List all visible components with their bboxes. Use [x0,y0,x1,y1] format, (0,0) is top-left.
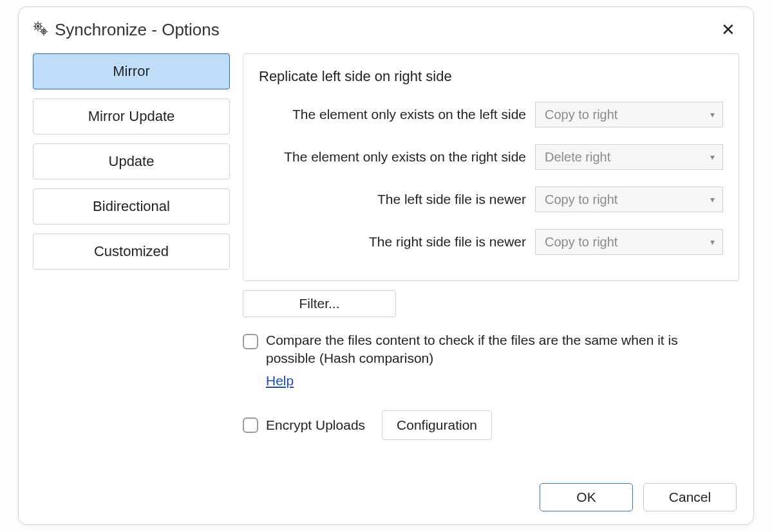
ok-button[interactable]: OK [540,483,633,511]
sidebar-item-label: Mirror [113,63,149,80]
rule-row-left-only: The element only exists on the left side… [259,102,723,127]
configuration-button-label: Configuration [397,417,477,433]
chevron-down-icon: ▾ [710,194,715,205]
chevron-down-icon: ▾ [710,237,715,247]
close-button[interactable]: ✕ [717,19,739,41]
select-value: Delete right [545,150,610,165]
sidebar-item-label: Bidirectional [93,198,170,215]
select-value: Copy to right [545,107,617,122]
cancel-button-label: Cancel [669,490,711,505]
encrypt-row: Encrypt Uploads Configuration [243,410,739,440]
rule-action-select-left-only[interactable]: Copy to right ▾ [535,102,723,127]
rule-label: The left side file is newer [377,192,526,207]
sidebar-item-mirror-update[interactable]: Mirror Update [33,98,230,134]
encrypt-uploads-checkbox[interactable] [243,417,258,433]
sidebar-item-bidirectional[interactable]: Bidirectional [33,188,230,225]
compare-content-checkbox[interactable] [243,334,258,349]
select-value: Copy to right [545,235,617,250]
rule-row-left-newer: The left side file is newer Copy to righ… [259,187,723,212]
ok-button-label: OK [576,490,596,505]
synchronize-options-dialog: Synchronize - Options ✕ Mirror Mirror Up… [18,6,754,525]
chevron-down-icon: ▾ [710,109,715,120]
close-icon: ✕ [721,21,735,38]
rule-row-right-only: The element only exists on the right sid… [259,144,723,170]
titlebar-left: Synchronize - Options [33,20,220,40]
encrypt-uploads-label: Encrypt Uploads [266,416,365,434]
chevron-down-icon: ▾ [710,152,715,162]
configuration-button[interactable]: Configuration [382,410,492,440]
rule-action-select-right-newer[interactable]: Copy to right ▾ [535,229,723,255]
select-value: Copy to right [545,192,617,207]
sidebar-item-label: Customized [94,243,169,260]
sidebar-item-mirror[interactable]: Mirror [33,53,230,89]
sidebar-item-update[interactable]: Update [33,143,230,179]
cancel-button[interactable]: Cancel [643,483,737,511]
sidebar-item-label: Update [109,153,155,170]
below-panel-area: Filter... Compare the files content to c… [243,290,739,440]
rule-label: The element only exists on the left side [292,107,526,122]
svg-point-3 [43,30,44,32]
dialog-footer: OK Cancel [540,483,737,511]
rule-row-right-newer: The right side file is newer Copy to rig… [259,229,723,255]
filter-button-label: Filter... [299,296,339,311]
rule-label: The right side file is newer [369,234,526,250]
window-title: Synchronize - Options [55,20,220,40]
titlebar: Synchronize - Options ✕ [33,19,739,41]
filter-button[interactable]: Filter... [243,290,396,317]
compare-content-row: Compare the files content to check if th… [243,331,739,368]
rule-action-select-right-only[interactable]: Delete right ▾ [535,144,723,170]
help-link[interactable]: Help [266,373,294,389]
sidebar-item-customized[interactable]: Customized [33,234,230,270]
rules-panel: Replicate left side on right side The el… [243,53,739,281]
rule-label: The element only exists on the right sid… [284,149,526,165]
main-pane: Replicate left side on right side The el… [243,53,739,440]
sidebar: Mirror Mirror Update Update Bidirectiona… [33,53,230,440]
dialog-body: Mirror Mirror Update Update Bidirectiona… [33,53,739,440]
gears-icon [33,21,48,39]
rule-action-select-left-newer[interactable]: Copy to right ▾ [535,187,723,212]
compare-content-label: Compare the files content to check if th… [266,331,717,368]
panel-heading: Replicate left side on right side [259,68,723,85]
sidebar-item-label: Mirror Update [88,108,174,125]
svg-point-1 [37,25,39,27]
